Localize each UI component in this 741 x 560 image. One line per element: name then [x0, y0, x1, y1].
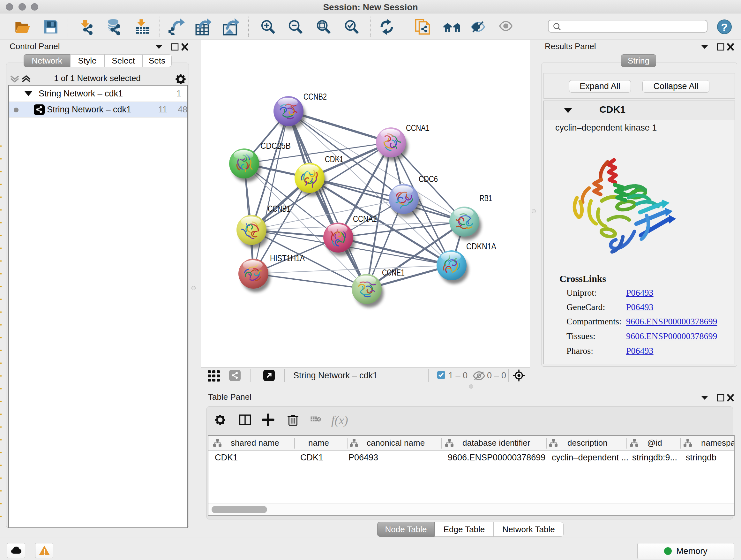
svg-text:CCNB2: CCNB2 — [304, 92, 327, 102]
svg-text:RB1: RB1 — [480, 193, 492, 203]
svg-text:CCNB1: CCNB1 — [268, 204, 290, 213]
svg-text:CCNE1: CCNE1 — [382, 268, 405, 277]
svg-text:HIST1H1A: HIST1H1A — [270, 253, 305, 263]
svg-text:CDC6: CDC6 — [419, 174, 438, 184]
svg-text:CCNA1: CCNA1 — [406, 123, 429, 133]
svg-text:CDK1: CDK1 — [325, 154, 343, 164]
svg-text:CCNA2: CCNA2 — [353, 214, 377, 224]
svg-text:CDC25B: CDC25B — [260, 141, 291, 151]
svg-text:CDKN1A: CDKN1A — [466, 242, 496, 251]
